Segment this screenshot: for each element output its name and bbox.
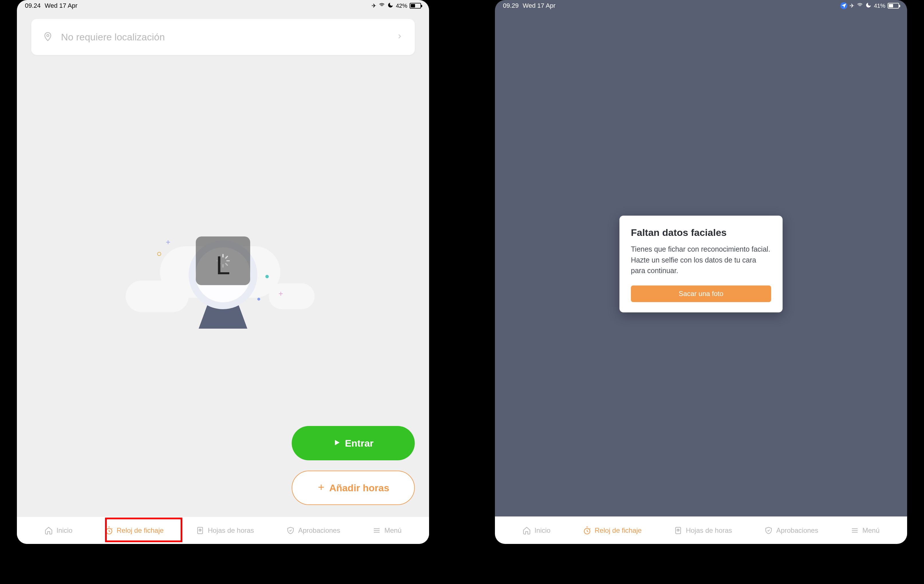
timesheet-icon — [674, 526, 682, 535]
airplane-icon: ✈ — [850, 2, 855, 9]
dnd-moon-icon — [387, 2, 394, 10]
location-text: No requiere localización — [61, 31, 396, 43]
tab-label: Hojas de horas — [686, 526, 732, 535]
play-icon — [333, 438, 341, 449]
shield-check-icon — [286, 526, 295, 535]
tab-menu[interactable]: Menú — [845, 523, 885, 538]
tab-bar: Inicio Reloj de fichaje Hojas de horas A… — [17, 516, 429, 544]
take-photo-label: Sacar una foto — [679, 290, 723, 298]
tab-menu[interactable]: Menú — [367, 523, 407, 538]
device-screen-2: 09.29 Wed 17 Apr ✈ 41% Faltan datos faci… — [495, 0, 907, 544]
location-pin-icon — [43, 31, 53, 43]
main-content: No requiere localización + + — [17, 12, 429, 516]
tab-label: Hojas de horas — [208, 526, 254, 535]
tab-label: Menú — [863, 526, 879, 535]
location-card[interactable]: No requiere localización — [31, 19, 415, 55]
tab-label: Inicio — [56, 526, 73, 535]
take-photo-button[interactable]: Sacar una foto — [631, 285, 771, 302]
tab-label: Aprobaciones — [298, 526, 340, 535]
tab-bar: Inicio Reloj de fichaje Hojas de horas A… — [495, 516, 907, 544]
airplane-icon: ✈ — [371, 2, 376, 9]
status-time: 09.29 — [503, 2, 519, 10]
status-bar: 09.29 Wed 17 Apr ✈ 41% — [495, 0, 907, 12]
clock-letter: L — [216, 251, 230, 280]
clock-illustration: + + — [134, 223, 312, 343]
menu-icon — [373, 526, 381, 535]
tab-label: Menú — [384, 526, 402, 535]
clock-in-label: Entrar — [345, 438, 373, 449]
clock-in-button[interactable]: Entrar — [292, 426, 415, 460]
chevron-right-icon — [396, 33, 403, 41]
home-icon — [45, 526, 53, 535]
location-services-icon — [840, 2, 847, 9]
battery-icon — [888, 3, 899, 8]
home-icon — [522, 526, 531, 535]
modal-body: Tienes que fichar con reconocimiento fac… — [631, 244, 771, 276]
add-hours-button[interactable]: Añadir horas — [292, 471, 415, 505]
modal-title: Faltan datos faciales — [631, 227, 771, 238]
tab-reloj[interactable]: Reloj de fichaje — [578, 523, 647, 538]
main-content: Faltan datos faciales Tienes que fichar … — [495, 12, 907, 516]
plus-icon — [317, 482, 325, 493]
battery-percent: 42% — [396, 3, 408, 9]
stopwatch-icon — [583, 526, 591, 535]
tab-aprobaciones[interactable]: Aprobaciones — [281, 523, 345, 538]
wifi-icon — [379, 2, 385, 10]
tab-hojas[interactable]: Hojas de horas — [191, 523, 259, 538]
tab-reloj[interactable]: Reloj de fichaje — [100, 523, 169, 538]
battery-icon — [409, 3, 421, 8]
tab-inicio[interactable]: Inicio — [39, 523, 78, 538]
tab-inicio[interactable]: Inicio — [517, 523, 556, 538]
tab-hojas[interactable]: Hojas de horas — [669, 523, 737, 538]
dnd-moon-icon — [865, 2, 871, 10]
battery-percent: 41% — [874, 3, 885, 9]
device-screen-1: 09.24 Wed 17 Apr ✈ 42% No requiere local… — [17, 0, 429, 544]
tab-label: Reloj de fichaje — [117, 526, 164, 535]
stopwatch-icon — [105, 526, 113, 535]
status-time: 09.24 — [25, 2, 41, 10]
tab-label: Aprobaciones — [776, 526, 818, 535]
shield-check-icon — [764, 526, 773, 535]
timesheet-icon — [196, 526, 205, 535]
status-date: Wed 17 Apr — [45, 2, 78, 10]
status-date: Wed 17 Apr — [523, 2, 556, 10]
tab-aprobaciones[interactable]: Aprobaciones — [759, 523, 823, 538]
add-hours-label: Añadir horas — [329, 482, 389, 493]
wifi-icon — [857, 2, 863, 10]
svg-point-0 — [47, 35, 49, 36]
tab-label: Reloj de fichaje — [595, 526, 642, 535]
menu-icon — [850, 526, 859, 535]
status-bar: 09.24 Wed 17 Apr ✈ 42% — [17, 0, 429, 12]
facial-data-modal: Faltan datos faciales Tienes que fichar … — [619, 216, 782, 312]
tab-label: Inicio — [535, 526, 551, 535]
